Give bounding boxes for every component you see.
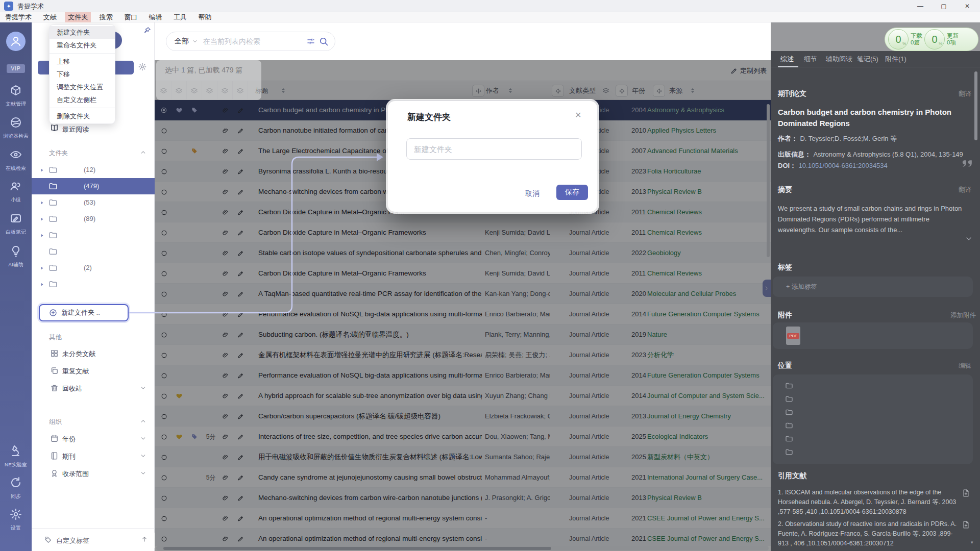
context-menu-item-自定义左侧栏[interactable]: 自定义左侧栏	[50, 93, 115, 106]
note-pencil-icon[interactable]	[233, 529, 248, 546]
folder-row[interactable]	[32, 243, 155, 260]
expand-triangle-icon[interactable]	[40, 201, 44, 205]
select-circle-icon[interactable]	[156, 345, 172, 365]
attachment-clip-icon[interactable]	[217, 447, 233, 467]
layers-icon[interactable]	[156, 81, 172, 101]
cancel-button[interactable]: 取消	[520, 186, 545, 201]
note-pencil-icon[interactable]	[233, 488, 248, 508]
tab-辅助阅读[interactable]: 辅助阅读	[826, 55, 852, 64]
custom-tags-item[interactable]: 自定义标签	[32, 533, 155, 548]
table-row[interactable]: A TaqMan-based quantitative real-time PC…	[155, 284, 771, 304]
note-pencil-icon[interactable]	[233, 324, 248, 345]
select-circle-icon[interactable]	[156, 406, 172, 427]
context-menu-item-新建文件夹[interactable]: 新建文件夹	[50, 26, 115, 39]
attachment-clip-icon[interactable]	[217, 508, 233, 529]
note-pencil-icon[interactable]	[233, 406, 248, 427]
sidebar-item-回收站[interactable]: 回收站	[32, 381, 155, 396]
layers-icon[interactable]	[233, 81, 248, 101]
panel-collapse-handle[interactable]	[763, 280, 771, 297]
location-folder-icon[interactable]	[785, 382, 793, 390]
table-row[interactable]: An operational optimization method of re…	[155, 529, 771, 546]
select-circle-icon[interactable]	[156, 467, 172, 488]
add-reference-icon[interactable]	[962, 520, 970, 529]
sidebar-item-收录范围[interactable]: 收录范围	[32, 466, 155, 481]
table-row[interactable]: Subducting carbon. (标题译名:碳的亚临界温度。)Plank,…	[155, 324, 771, 345]
tab-细节[interactable]: 细节	[804, 55, 817, 64]
note-pencil-icon[interactable]	[233, 508, 248, 529]
table-row[interactable]: Performance evaluation of NoSQL big-data…	[155, 365, 771, 386]
add-attachment-link[interactable]: 添加附件	[950, 311, 976, 320]
sidebar-item-年份[interactable]: 年份	[32, 431, 155, 446]
rail-item-文献管理[interactable]: 文献管理	[0, 84, 32, 108]
select-circle-icon[interactable]	[156, 284, 172, 304]
note-pencil-icon[interactable]	[233, 427, 248, 447]
context-menu-item-调整文件夹位置[interactable]: 调整文件夹位置	[50, 81, 115, 93]
folder-row[interactable]: (479)	[32, 178, 155, 194]
select-circle-icon[interactable]	[156, 161, 172, 182]
chevron-down-icon[interactable]	[192, 38, 198, 44]
location-folder-icon[interactable]	[785, 408, 793, 416]
location-folder-icon[interactable]	[785, 435, 793, 443]
table-row[interactable]: Performance evaluation of NoSQL big-data…	[155, 304, 771, 324]
maximize-button[interactable]: ▢	[936, 1, 951, 11]
note-pencil-icon[interactable]	[233, 304, 248, 324]
pin-icon[interactable]	[143, 27, 151, 34]
table-row[interactable]: 用于电磁波吸收和屏蔽的低价值生物质衍生炭复合材料综述 (标题译名:Low-val…	[155, 447, 771, 467]
save-button[interactable]: 保存	[556, 185, 588, 200]
expand-triangle-icon[interactable]	[40, 168, 44, 172]
menu-青提学术[interactable]: 青提学术	[2, 12, 35, 22]
select-circle-icon[interactable]	[156, 120, 172, 141]
chevron-down-icon[interactable]	[140, 453, 146, 459]
menu-文件夹[interactable]: 文件夹	[65, 12, 91, 22]
attachment-clip-icon[interactable]	[217, 529, 233, 546]
tag-icon[interactable]	[187, 141, 202, 161]
search-icon[interactable]	[318, 36, 329, 46]
menu-工具[interactable]: 工具	[170, 12, 190, 22]
note-pencil-icon[interactable]	[233, 100, 248, 120]
rail-item-在线检索[interactable]: 在线检索	[0, 148, 32, 172]
add-tag-button[interactable]: + 添加标签	[786, 283, 817, 291]
select-circle-icon[interactable]	[156, 243, 172, 263]
table-row[interactable]: 5分Interactions of tree size, competition…	[155, 427, 771, 447]
table-row[interactable]: Mechano-switching devices from carbon wi…	[155, 488, 771, 508]
attachment-clip-icon[interactable]	[217, 324, 233, 345]
folder-row[interactable]: (89)	[32, 211, 155, 227]
table-row[interactable]: 金属有机框架材料在表面增强拉曼光谱中的应用研究进展 (标题译名:Research…	[155, 345, 771, 365]
column-type[interactable]: 文献类型	[569, 81, 596, 101]
attachment-clip-icon[interactable]	[217, 406, 233, 427]
pdf-file-icon[interactable]: PDF	[786, 327, 800, 345]
expand-triangle-icon[interactable]	[40, 282, 44, 287]
attachment-clip-icon[interactable]	[217, 467, 233, 488]
attachment-clip-icon[interactable]	[217, 182, 233, 202]
context-menu-item-上移[interactable]: 上移	[50, 55, 115, 68]
rail-item-NE实验室[interactable]: NE实验室	[0, 445, 32, 468]
reference-item[interactable]: 2. Observational study of reactive ions …	[778, 519, 958, 548]
location-folder-icon[interactable]	[785, 448, 793, 456]
attachment-clip-icon[interactable]	[217, 345, 233, 365]
add-reference-icon[interactable]	[962, 489, 970, 497]
table-row[interactable]: Carbon Dioxide Capture in Metal–Organic …	[155, 263, 771, 284]
modal-close-icon[interactable]: ✕	[575, 110, 581, 120]
sidebar-item-重复文献[interactable]: 重复文献	[32, 363, 155, 379]
folder-name-input[interactable]	[406, 138, 582, 160]
select-circle-icon[interactable]	[156, 263, 172, 284]
sidebar-item-期刊[interactable]: 期刊	[32, 448, 155, 464]
note-pencil-icon[interactable]	[233, 182, 248, 202]
search-bar[interactable]: 全部	[166, 32, 335, 51]
select-circle-icon[interactable]	[156, 304, 172, 324]
layers-icon[interactable]	[172, 81, 187, 101]
column-source[interactable]: 来源	[669, 81, 682, 101]
menu-文献[interactable]: 文献	[40, 12, 60, 22]
minimize-button[interactable]: —	[913, 1, 928, 11]
table-row[interactable]: An operational optimization method of re…	[155, 508, 771, 529]
note-pencil-icon[interactable]	[233, 284, 248, 304]
table-row[interactable]: Carbon Dioxide Capture in Metal–Organic …	[155, 222, 771, 243]
select-circle-icon[interactable]	[156, 488, 172, 508]
abstract-translate-link[interactable]: 翻译	[959, 186, 971, 194]
select-circle-icon[interactable]	[156, 100, 172, 120]
attachment-clip-icon[interactable]	[217, 284, 233, 304]
attachment-clip-icon[interactable]	[217, 488, 233, 508]
favorite-heart-icon[interactable]	[172, 386, 187, 406]
rail-item-设置[interactable]: 设置	[0, 508, 32, 532]
note-pencil-icon[interactable]	[233, 467, 248, 488]
